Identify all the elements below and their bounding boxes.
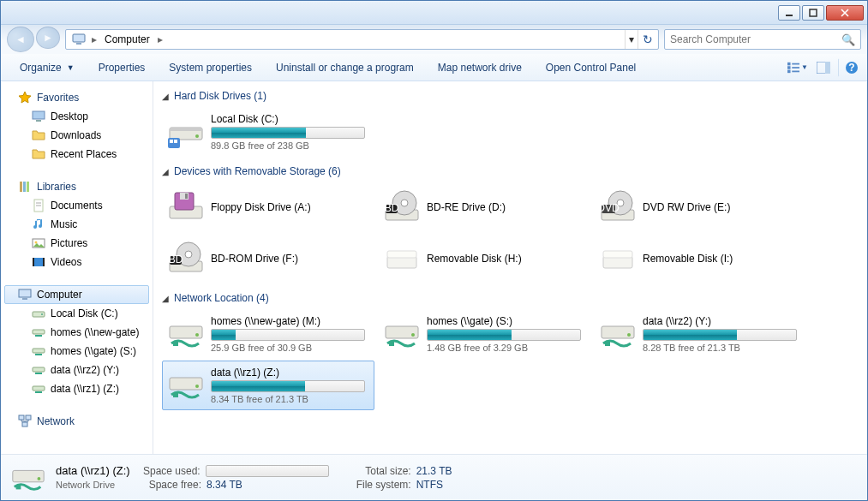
svg-rect-36 <box>26 415 31 420</box>
network-drive-icon <box>166 366 206 405</box>
drive-removable-h[interactable]: Removable Disk (H:) <box>378 234 590 283</box>
drive-removable-i[interactable]: Removable Disk (I:) <box>594 234 806 283</box>
svg-rect-0 <box>786 15 793 16</box>
computer-icon <box>71 33 87 46</box>
svg-point-60 <box>185 251 192 258</box>
sidebar-item-music[interactable]: Music <box>1 215 153 234</box>
help-button[interactable]: ? <box>838 58 860 77</box>
sidebar-item-local-disk-c[interactable]: Local Disk (C:) <box>1 304 153 323</box>
drive-name: BD-ROM Drive (F:) <box>211 253 370 265</box>
drive-data-rz1-z[interactable]: data (\\rz1) (Z:) 8.34 TB free of 21.3 T… <box>162 361 374 410</box>
chevron-right-icon: ▸ <box>90 33 99 45</box>
properties-button[interactable]: Properties <box>87 55 158 81</box>
drive-homes-gate-s[interactable]: homes (\\gate) (S:) 1.48 GB free of 3.29… <box>378 309 590 359</box>
svg-rect-8 <box>787 69 791 73</box>
video-icon <box>32 255 45 269</box>
forward-button[interactable]: ► <box>36 27 60 49</box>
sidebar-item-desktop[interactable]: Desktop <box>1 107 153 126</box>
sidebar-item-documents[interactable]: Documents <box>1 196 153 215</box>
search-input[interactable]: Search Computer 🔍 <box>664 29 861 50</box>
capacity-bar <box>427 329 581 341</box>
disc-icon: BD <box>382 188 422 227</box>
drive-name: DVD RW Drive (E:) <box>643 201 802 213</box>
disc-icon: BD <box>166 239 206 278</box>
drive-dvdrw-e[interactable]: DVD DVD RW Drive (E:) <box>594 182 806 232</box>
svg-rect-9 <box>792 70 799 72</box>
svg-rect-1 <box>810 9 817 16</box>
breadcrumb-dropdown[interactable]: ▾ <box>625 30 638 49</box>
svg-rect-14 <box>33 111 45 119</box>
explorer-window: ◄ ► ▸ Computer ▸ ▾ ↻ Search Computer 🔍 O… <box>0 0 868 501</box>
drive-data-rz2-y[interactable]: data (\\rz2) (Y:) 8.28 TB free of 21.3 T… <box>594 309 806 359</box>
open-control-panel-button[interactable]: Open Control Panel <box>534 55 648 81</box>
sidebar-item-data-rz2[interactable]: data (\\rz2) (Y:) <box>1 361 153 379</box>
svg-rect-3 <box>76 43 81 45</box>
folder-icon <box>32 147 45 161</box>
favorites-header[interactable]: Favorites <box>1 88 153 107</box>
sidebar-item-pictures[interactable]: Pictures <box>1 234 153 253</box>
network-drive-icon <box>9 459 47 497</box>
drive-bdrom-f[interactable]: BD BD-ROM Drive (F:) <box>162 234 374 283</box>
svg-text:BD: BD <box>385 202 399 214</box>
svg-rect-34 <box>33 386 45 391</box>
maximize-button[interactable] <box>802 5 824 21</box>
map-network-drive-button[interactable]: Map network drive <box>426 55 534 81</box>
computer-header[interactable]: Computer <box>4 285 149 304</box>
disc-icon: DVD <box>598 188 638 227</box>
svg-rect-78 <box>173 393 178 397</box>
drive-homes-newgate-m[interactable]: homes (\\new-gate) (M:) 25.9 GB free of … <box>162 309 374 359</box>
search-icon: 🔍 <box>841 33 855 46</box>
refresh-button[interactable]: ↻ <box>638 30 656 49</box>
drive-bdre-d[interactable]: BD BD-RE Drive (D:) <box>378 182 590 232</box>
svg-rect-81 <box>16 485 21 489</box>
capacity-text: 8.28 TB free of 21.3 TB <box>643 343 802 353</box>
sidebar-item-homes-gate[interactable]: homes (\\gate) (S:) <box>1 342 153 361</box>
titlebar <box>1 1 867 25</box>
sidebar-item-homes-newgate[interactable]: homes (\\new-gate) <box>1 323 153 342</box>
section-header-network[interactable]: ◢Network Location (4) <box>162 290 859 306</box>
sidebar-item-videos[interactable]: Videos <box>1 253 153 271</box>
network-drive-icon <box>382 314 422 354</box>
system-properties-button[interactable]: System properties <box>157 55 264 81</box>
organize-menu[interactable]: Organize▼ <box>8 55 87 81</box>
svg-point-40 <box>195 134 199 138</box>
svg-rect-6 <box>787 66 791 69</box>
svg-rect-69 <box>173 342 178 346</box>
drive-name: Floppy Disk Drive (A:) <box>211 201 370 213</box>
libraries-header[interactable]: Libraries <box>1 177 153 196</box>
drive-floppy-a[interactable]: Floppy Disk Drive (A:) <box>162 182 374 232</box>
breadcrumb-computer[interactable]: Computer <box>99 30 156 49</box>
sidebar-item-data-rz1[interactable]: data (\\rz1) (Z:) <box>1 379 153 398</box>
network-header[interactable]: Network <box>1 412 153 431</box>
collapse-icon: ◢ <box>162 167 169 176</box>
breadcrumb-bar[interactable]: ▸ Computer ▸ ▾ ↻ <box>65 29 659 50</box>
svg-rect-18 <box>27 182 29 192</box>
details-fs-label: File system: <box>346 479 411 491</box>
drive-name: BD-RE Drive (D:) <box>427 201 586 213</box>
svg-rect-31 <box>33 330 45 334</box>
details-total-label: Total size: <box>346 465 411 477</box>
document-icon <box>32 199 45 212</box>
view-options-button[interactable]: ▼ <box>787 58 809 77</box>
details-used-label: Space used: <box>135 465 201 477</box>
main-view: ◢Hard Disk Drives (1) Local Disk (C:) 89… <box>153 81 867 454</box>
section-header-removable[interactable]: ◢Devices with Removable Storage (6) <box>162 164 859 179</box>
sidebar-item-recent[interactable]: Recent Places <box>1 145 153 164</box>
svg-rect-72 <box>389 342 394 346</box>
capacity-bar <box>643 329 797 341</box>
uninstall-program-button[interactable]: Uninstall or change a program <box>264 55 426 81</box>
details-free-val: 8.34 TB <box>207 479 242 491</box>
search-placeholder: Search Computer <box>670 33 751 45</box>
svg-rect-32 <box>33 349 45 353</box>
close-button[interactable] <box>826 5 864 21</box>
sidebar-item-downloads[interactable]: Downloads <box>1 126 153 145</box>
minimize-button[interactable] <box>778 5 800 21</box>
preview-pane-button[interactable] <box>812 58 835 77</box>
drive-local-c[interactable]: Local Disk (C:) 89.8 GB free of 238 GB <box>162 107 374 157</box>
music-icon <box>32 218 45 231</box>
svg-rect-24 <box>33 258 45 266</box>
libraries-icon <box>18 180 32 194</box>
drive-icon <box>32 307 45 320</box>
section-header-hdd[interactable]: ◢Hard Disk Drives (1) <box>162 88 859 104</box>
back-button[interactable]: ◄ <box>7 27 34 52</box>
